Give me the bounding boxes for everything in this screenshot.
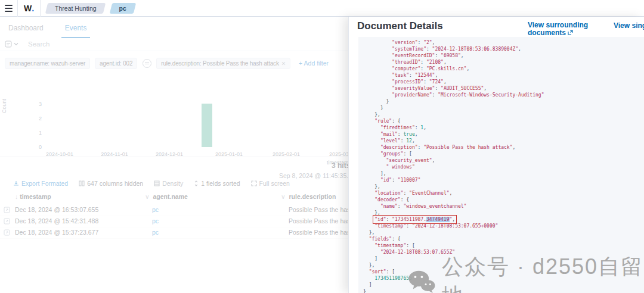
- json-code[interactable]: "version": "2", "systemTime": "2024-12-1…: [358, 37, 644, 293]
- view-surrounding-documents-link[interactable]: View surrounding documents: [528, 21, 595, 37]
- external-link-icon: [568, 30, 573, 35]
- view-single-document-link[interactable]: View single: [614, 21, 644, 30]
- top-navbar: W. Threat Hunting pc: [0, 0, 644, 17]
- breadcrumb-threat-hunting[interactable]: Threat Hunting: [47, 3, 104, 14]
- document-details-flyout: Document Details View surrounding docume…: [348, 17, 644, 293]
- hamburger-menu-icon[interactable]: [0, 0, 18, 17]
- breadcrumb-agent-pc[interactable]: pc: [111, 3, 135, 14]
- flyout-title: Document Details: [357, 20, 443, 32]
- breadcrumb-label: pc: [119, 5, 126, 12]
- app-root: W. Threat Hunting pc Dashboard Events Se…: [0, 0, 644, 293]
- wazuh-logo: W.: [18, 0, 41, 17]
- breadcrumb-label: Threat Hunting: [55, 5, 96, 12]
